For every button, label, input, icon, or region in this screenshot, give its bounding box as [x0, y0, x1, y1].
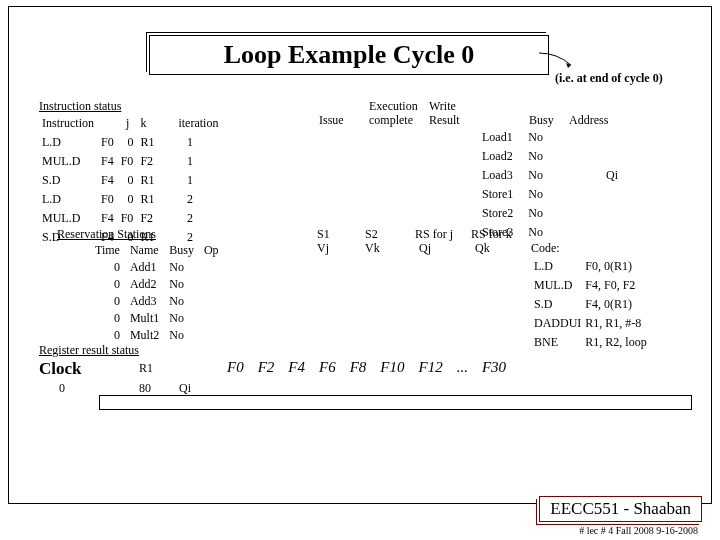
- slide-frame: Loop Example Cycle 0 (i.e. at end of cyc…: [8, 6, 712, 504]
- instr-j: 0: [120, 191, 138, 208]
- code-op: L.D: [533, 258, 582, 275]
- register-result-header: Register result status: [39, 343, 139, 357]
- rs-name: Add2: [126, 277, 163, 292]
- col-j: j: [120, 115, 138, 132]
- rs-col-s1: S1: [317, 227, 330, 242]
- rs-name: Add3: [126, 294, 163, 309]
- code-args: F0, 0(R1): [584, 258, 647, 275]
- page-title: Loop Example Cycle 0: [224, 40, 475, 70]
- rs-time: 0: [91, 328, 124, 343]
- col-address: Address: [569, 113, 608, 128]
- code-op: DADDUI: [533, 315, 582, 332]
- rs-col-qj: Qj: [419, 241, 431, 256]
- instr-j: F0: [120, 210, 138, 227]
- rs-col-name: Name: [126, 243, 163, 258]
- code-args: F4, F0, F2: [584, 277, 647, 294]
- rs-time: 0: [91, 311, 124, 326]
- reg: F6: [313, 359, 342, 376]
- rs-col-vj: Vj: [317, 241, 329, 256]
- code-op: MUL.D: [533, 277, 582, 294]
- reg: F4: [282, 359, 311, 376]
- instr-iter: 1: [160, 153, 222, 170]
- instr-dest: F0: [100, 134, 118, 151]
- reg: F2: [252, 359, 281, 376]
- rs-busy: No: [165, 328, 198, 343]
- rs-col-s2: S2: [365, 227, 378, 242]
- instr-op: S.D: [41, 172, 98, 189]
- instr-dest: F4: [100, 172, 118, 189]
- ls-name: Store1: [481, 186, 514, 203]
- instr-k: F2: [139, 210, 158, 227]
- rs-col-qk: Qk: [475, 241, 490, 256]
- ls-busy: No: [516, 167, 544, 184]
- ls-busy: No: [516, 129, 544, 146]
- rs-busy: No: [165, 260, 198, 275]
- instr-j: F0: [120, 153, 138, 170]
- code-op: BNE: [533, 334, 582, 351]
- subtitle: (i.e. at end of cycle 0): [555, 71, 663, 86]
- instr-dest: F4: [100, 210, 118, 227]
- register-table: F0 F2 F4 F6 F8 F10 F12 ... F30: [219, 357, 514, 378]
- reg: F8: [344, 359, 373, 376]
- rs-busy: No: [165, 277, 198, 292]
- rs-time: 0: [91, 260, 124, 275]
- instr-j: 0: [120, 172, 138, 189]
- reg-ellipsis: ...: [451, 359, 474, 376]
- code-header: Code:: [531, 241, 650, 256]
- col-write: Write: [429, 99, 456, 114]
- reservation-stations-table: Time Name Busy Op 0Add1No 0Add2No 0Add3N…: [89, 241, 225, 345]
- code-op: S.D: [533, 296, 582, 313]
- code-args: R1, R1, #-8: [584, 315, 647, 332]
- col-k: k: [139, 115, 158, 132]
- instr-op: L.D: [41, 134, 98, 151]
- rs-time: 0: [91, 277, 124, 292]
- reg: F12: [413, 359, 449, 376]
- reg: F0: [221, 359, 250, 376]
- reg: F10: [374, 359, 410, 376]
- rs-col-rsk: RS for k: [471, 227, 512, 242]
- footer-small: # lec # 4 Fall 2008 9-16-2008: [579, 525, 698, 536]
- instr-iter: 2: [160, 210, 222, 227]
- footer-text: EECC551 - Shaaban: [550, 499, 691, 518]
- instr-k: R1: [139, 172, 158, 189]
- ls-busy: No: [516, 205, 544, 222]
- title-box: Loop Example Cycle 0: [149, 35, 549, 75]
- instr-dest: F0: [100, 191, 118, 208]
- ls-busy: No: [516, 186, 544, 203]
- r1-value: 80: [139, 381, 151, 396]
- rs-col-time: Time: [91, 243, 124, 258]
- code-args: R1, R2, loop: [584, 334, 647, 351]
- instr-k: F2: [139, 153, 158, 170]
- rs-col-busy: Busy: [165, 243, 198, 258]
- arrow-icon: [537, 51, 577, 71]
- instruction-status-header: Instruction status: [39, 99, 121, 113]
- ls-qi: Qi: [546, 167, 619, 184]
- qi-label: Qi: [179, 381, 191, 396]
- clock-label: Clock: [39, 359, 82, 378]
- rs-col-rsj: RS for j: [415, 227, 453, 242]
- ls-name: Load2: [481, 148, 514, 165]
- instr-k: R1: [139, 134, 158, 151]
- col-exec: Execution: [369, 99, 418, 114]
- rs-name: Mult2: [126, 328, 163, 343]
- content-area: Instruction status Instruction j k itera…: [39, 99, 691, 463]
- ls-busy: No: [516, 148, 544, 165]
- instr-op: L.D: [41, 191, 98, 208]
- clock-value: 0: [59, 381, 65, 396]
- ls-busy: No: [516, 224, 544, 241]
- code-table: L.DF0, 0(R1) MUL.DF4, F0, F2 S.DF4, 0(R1…: [531, 256, 650, 353]
- rs-col-op: Op: [200, 243, 223, 258]
- instr-dest: F4: [100, 153, 118, 170]
- rs-busy: No: [165, 311, 198, 326]
- col-iteration: iteration: [160, 115, 222, 132]
- col-write-result: Result: [429, 113, 460, 128]
- rs-time: 0: [91, 294, 124, 309]
- load-store-table: Load1No Load2No Load3NoQi Store1No Store…: [479, 127, 621, 243]
- instr-op: MUL.D: [41, 210, 98, 227]
- col-instruction: Instruction: [41, 115, 98, 132]
- ls-name: Store2: [481, 205, 514, 222]
- instr-iter: 2: [160, 191, 222, 208]
- reservation-stations-header: Reservation Stations: [57, 227, 156, 241]
- rs-name: Add1: [126, 260, 163, 275]
- col-issue: Issue: [319, 113, 344, 128]
